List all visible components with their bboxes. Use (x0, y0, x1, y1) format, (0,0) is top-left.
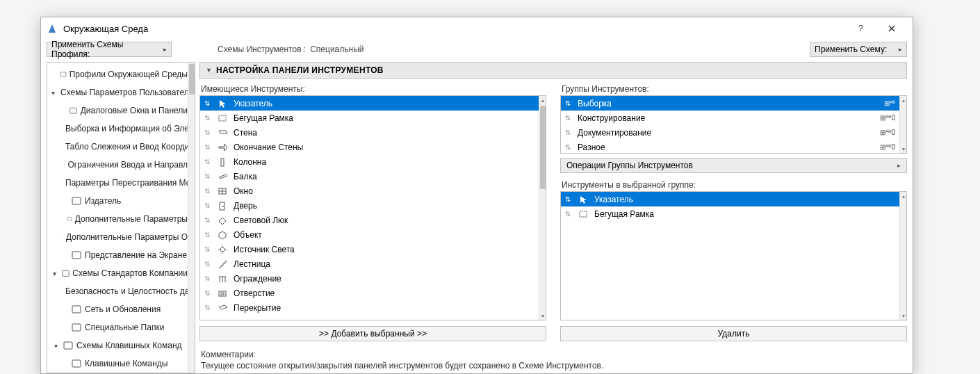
scroll-down-icon[interactable]: ▾ (539, 311, 546, 320)
grip-icon[interactable]: ⇅ (204, 216, 211, 224)
sidebar-item[interactable]: Специальные Папки (47, 318, 188, 336)
sidebar-item[interactable]: Сеть и Обновления (47, 300, 188, 318)
group-operations-button[interactable]: Операции Группы Инструментов ▸ (560, 158, 907, 173)
tool-icon (217, 113, 228, 123)
grip-icon[interactable]: ⇅ (204, 231, 211, 238)
panel-header-label: НАСТРОЙКА ПАНЕЛИ ИНСТРУМЕНТОВ (216, 65, 384, 75)
available-tools-list[interactable]: ⇅Указатель⇅Бегущая Рамка⇅Стена⇅Окончание… (199, 95, 546, 320)
list-item[interactable]: ⇅Выборка⊞ᴬᴮ (561, 96, 899, 111)
list-item[interactable]: ⇅Балка (200, 169, 539, 184)
help-button[interactable]: ? (846, 18, 876, 39)
chevron-right-icon: ▸ (899, 46, 902, 53)
list-item[interactable]: ⇅Ограждение (200, 271, 539, 286)
sidebar-item[interactable]: Представление на Экране (47, 246, 188, 264)
sidebar-item-label: Издатель (85, 196, 121, 206)
sidebar-item[interactable]: Диалоговые Окна и Панели (47, 101, 188, 120)
grip-icon[interactable]: ⇅ (204, 245, 211, 253)
grip-icon[interactable]: ⇅ (565, 129, 572, 136)
apply-scheme-button[interactable]: Применить Схему: ▸ (810, 42, 907, 57)
expander-icon: ▾ (51, 342, 60, 350)
scrollbar-thumb[interactable] (540, 106, 546, 189)
available-tools-column: Имеющиеся Инструменты: ⇅Указатель⇅Бегуща… (199, 81, 546, 320)
list-item[interactable]: ⇅Конструирование⊞ᴬᴮ0 (561, 111, 899, 125)
grip-icon[interactable]: ⇅ (565, 114, 572, 122)
scroll-up-icon[interactable]: ▴ (900, 96, 907, 104)
list-item[interactable]: ⇅Указатель (561, 192, 899, 206)
list-item[interactable]: ⇅Дверь (200, 198, 539, 213)
list-item[interactable]: ⇅Окончание Стены (200, 140, 539, 154)
add-selected-button[interactable]: >> Добавить выбранный >> (199, 326, 546, 341)
sidebar-item[interactable]: Клавишные Команды (47, 355, 188, 373)
scrollbar-thumb[interactable] (189, 64, 195, 95)
list-item[interactable]: ⇅Бегущая Рамка (200, 111, 539, 125)
sidebar-item[interactable]: ▾Схемы Клавишных Команд (47, 336, 188, 355)
sidebar-item[interactable]: Профили Окружающей Среды (47, 65, 188, 83)
grip-icon[interactable]: ⇅ (565, 210, 572, 218)
tool-icon (217, 274, 228, 284)
list-item[interactable]: ⇅Колонна (200, 154, 539, 169)
sidebar-item-label: Дополнительные Параметры О (66, 232, 188, 242)
list-item[interactable]: ⇅Лестница (200, 257, 539, 271)
grip-icon[interactable]: ⇅ (204, 129, 211, 136)
list-item[interactable]: ⇅Объект (200, 227, 539, 242)
grip-icon[interactable]: ⇅ (204, 289, 211, 297)
grip-icon[interactable]: ⇅ (204, 260, 211, 268)
apply-profile-schemes-button[interactable]: Применить Схемы Профиля: ▸ (47, 42, 172, 57)
sidebar-item-label: Профили Окружающей Среды (70, 70, 188, 79)
grip-icon[interactable]: ⇅ (204, 187, 211, 195)
grip-icon[interactable]: ⇅ (565, 195, 572, 203)
list-item[interactable]: ⇅Бегущая Рамка (561, 206, 899, 221)
sidebar-item[interactable]: Дополнительные Параметры О (47, 228, 188, 246)
scroll-up-icon[interactable]: ▴ (539, 96, 546, 104)
sidebar-item[interactable]: Ограничения Ввода и Направл (47, 156, 188, 174)
badge: ⊞ᴬᴮ (884, 99, 895, 107)
scroll-down-icon[interactable]: ▾ (900, 145, 907, 153)
list-item[interactable]: ⇅Указатель (200, 96, 539, 111)
grip-icon[interactable]: ⇅ (204, 172, 211, 180)
svg-rect-14 (72, 306, 81, 313)
tools-scrollbar[interactable]: ▴ ▾ (539, 96, 546, 320)
sidebar-item[interactable]: Дополнительные Параметры (47, 210, 188, 228)
svg-rect-35 (221, 293, 224, 295)
list-item[interactable]: ⇅Световой Люк (200, 213, 539, 227)
tool-icon (217, 143, 228, 152)
grip-icon[interactable]: ⇅ (565, 99, 572, 107)
sidebar-item[interactable]: Табло Слежения и Ввод Коорди (47, 138, 188, 156)
environment-dialog: Окружающая Среда ? Применить Схемы Профи… (40, 17, 913, 374)
list-item[interactable]: ⇅Источник Света (200, 242, 539, 257)
groups-label: Группы Инструментов: (562, 84, 907, 94)
grip-icon[interactable]: ⇅ (204, 304, 211, 311)
grip-icon[interactable]: ⇅ (204, 114, 211, 122)
groups-list[interactable]: ⇅Выборка⊞ᴬᴮ⇅Конструирование⊞ᴬᴮ0⇅Документ… (560, 95, 907, 154)
list-item[interactable]: ⇅Окно (200, 184, 539, 198)
list-item-label: Окно (234, 186, 534, 196)
scroll-up-icon[interactable]: ▴ (900, 192, 907, 200)
sidebar-scrollbar[interactable] (188, 63, 195, 373)
grip-icon[interactable]: ⇅ (204, 143, 211, 151)
groups-scrollbar[interactable]: ▴ ▾ (899, 96, 906, 153)
sidebar-item[interactable]: ▾Схемы Стандартов Компании (47, 264, 188, 282)
sidebar-item[interactable]: Параметры Перестраивания Мо (47, 174, 188, 192)
remove-button[interactable]: Удалить (560, 326, 907, 341)
group-tools-scrollbar[interactable]: ▴ ▾ (899, 192, 906, 320)
list-item[interactable]: ⇅Отверстие (200, 286, 539, 300)
sidebar-item[interactable]: Безопасность и Целостность да (47, 282, 188, 300)
grip-icon[interactable]: ⇅ (204, 99, 211, 107)
list-item[interactable]: ⇅Стена (200, 125, 539, 140)
list-item[interactable]: ⇅Документирование⊞ᴬᴮ0 (561, 125, 899, 140)
breadcrumb-value: Специальный (310, 44, 364, 54)
grip-icon[interactable]: ⇅ (204, 202, 211, 209)
sidebar-item[interactable]: Выборка и Информация об Эле (47, 120, 188, 138)
group-tools-list[interactable]: ⇅Указатель⇅Бегущая Рамка ▴ ▾ (560, 191, 907, 320)
grip-icon[interactable]: ⇅ (565, 143, 572, 151)
scroll-down-icon[interactable]: ▾ (900, 311, 907, 320)
close-button[interactable] (876, 18, 907, 39)
sidebar-item[interactable]: Издатель (47, 192, 188, 210)
list-item[interactable]: ⇅Разное⊞ᴬᴮ0 (561, 140, 899, 153)
sidebar-item[interactable]: ▾Схемы Параметров Пользователя (47, 83, 188, 101)
list-item[interactable]: ⇅Перекрытие (200, 300, 539, 315)
grip-icon[interactable]: ⇅ (204, 158, 211, 165)
panel-header[interactable]: ▼ НАСТРОЙКА ПАНЕЛИ ИНСТРУМЕНТОВ (199, 62, 907, 79)
grip-icon[interactable]: ⇅ (204, 275, 211, 282)
tool-icon (217, 288, 228, 298)
